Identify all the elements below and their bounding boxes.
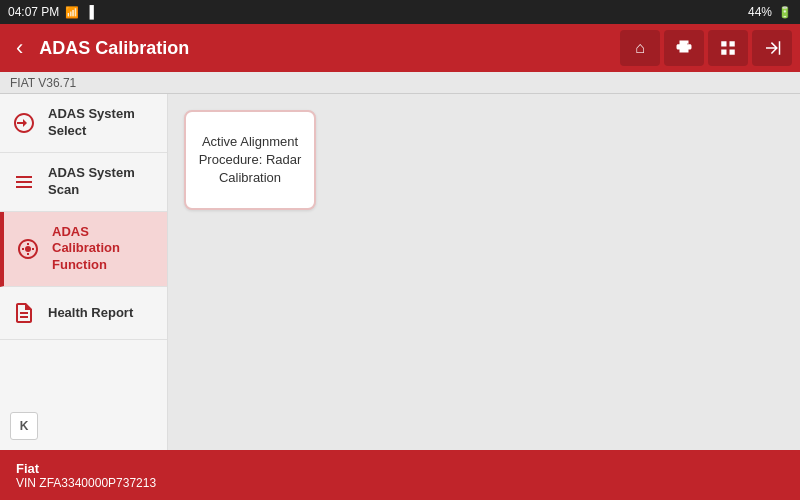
export-button[interactable] (752, 30, 792, 66)
svg-rect-2 (721, 50, 726, 55)
svg-point-4 (25, 246, 31, 252)
adas-calibration-function-icon (14, 235, 42, 263)
active-alignment-card[interactable]: Active Alignment Procedure: Radar Calibr… (184, 110, 316, 210)
signal-icon: ▐ (85, 5, 94, 19)
toolbar-title: ADAS Calibration (39, 38, 612, 59)
svg-rect-1 (730, 41, 735, 46)
toolbar-actions: ⌂ (620, 30, 792, 66)
sidebar-collapse-button[interactable]: K (10, 412, 38, 440)
battery-icon: 🔋 (778, 6, 792, 19)
status-left: 04:07 PM ▐ (8, 5, 94, 19)
health-report-label: Health Report (48, 305, 133, 322)
home-button[interactable]: ⌂ (620, 30, 660, 66)
status-right: 44% 🔋 (748, 5, 792, 19)
sidebar-item-adas-system-select[interactable]: ADAS System Select (0, 94, 167, 153)
version-bar: FIAT V36.71 (0, 72, 800, 94)
adas-system-scan-label: ADAS System Scan (48, 165, 157, 199)
wifi-icon (65, 5, 79, 19)
vehicle-make: Fiat (16, 461, 784, 476)
health-report-icon (10, 299, 38, 327)
print-button[interactable] (664, 30, 704, 66)
version-text: FIAT V36.71 (10, 76, 76, 90)
content-area: ADAS System Select ADAS System Scan (0, 94, 800, 450)
adas-button[interactable] (708, 30, 748, 66)
adas-system-select-icon (10, 109, 38, 137)
adas-system-select-label: ADAS System Select (48, 106, 157, 140)
sidebar: ADAS System Select ADAS System Scan (0, 94, 168, 450)
time-display: 04:07 PM (8, 5, 59, 19)
adas-system-scan-icon (10, 168, 38, 196)
toolbar: ‹ ADAS Calibration ⌂ (0, 24, 800, 72)
adas-calibration-function-label: ADAS Calibration Function (52, 224, 157, 275)
app-container: 04:07 PM ▐ 44% 🔋 ‹ ADAS Calibration ⌂ (0, 0, 800, 500)
vehicle-vin: VIN ZFA3340000P737213 (16, 476, 784, 490)
back-button[interactable]: ‹ (8, 31, 31, 65)
sidebar-item-health-report[interactable]: Health Report (0, 287, 167, 340)
active-alignment-label: Active Alignment Procedure: Radar Calibr… (196, 133, 304, 188)
svg-rect-0 (721, 41, 726, 46)
sidebar-item-adas-system-scan[interactable]: ADAS System Scan (0, 153, 167, 212)
content-panel: Active Alignment Procedure: Radar Calibr… (168, 94, 800, 450)
status-bar: 04:07 PM ▐ 44% 🔋 (0, 0, 800, 24)
battery-percent: 44% (748, 5, 772, 19)
sidebar-item-adas-calibration-function[interactable]: ADAS Calibration Function (0, 212, 167, 288)
svg-rect-3 (730, 50, 735, 55)
vin-bar: Fiat VIN ZFA3340000P737213 (0, 450, 800, 500)
